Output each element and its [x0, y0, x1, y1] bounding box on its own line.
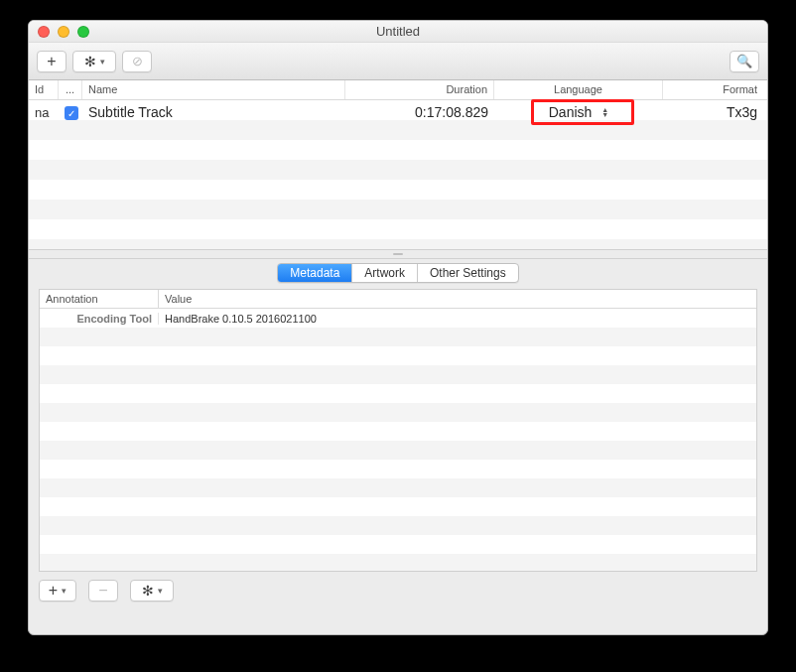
add-metadata-button[interactable]: +▾ [39, 580, 76, 602]
app-window: Untitled + ✻▾ ⊘ 🔍 Id ... Name Duration L… [28, 20, 768, 635]
metadata-body: Encoding Tool HandBrake 0.10.5 201602110… [40, 309, 756, 571]
plus-icon: + [49, 584, 58, 598]
metadata-action-button[interactable]: ✻▾ [130, 580, 174, 602]
track-language-select[interactable]: Danish ▲▼ [541, 103, 617, 121]
tab-bar: Metadata Artwork Other Settings [29, 263, 767, 283]
search-icon: 🔍 [736, 54, 752, 68]
remove-metadata-button: − [88, 580, 118, 602]
toolbar: + ✻▾ ⊘ 🔍 [29, 43, 767, 80]
col-format[interactable]: Format [663, 80, 767, 99]
tab-artwork[interactable]: Artwork [351, 264, 417, 282]
col-annotation[interactable]: Annotation [40, 290, 159, 308]
gear-icon: ✻ [84, 54, 96, 69]
tracks-table: Id ... Name Duration Language Format na … [29, 80, 767, 249]
metadata-header-row: Annotation Value [40, 290, 756, 309]
cancel-icon: ⊘ [132, 54, 143, 68]
updown-icon: ▲▼ [601, 107, 608, 117]
col-name[interactable]: Name [82, 80, 345, 99]
col-id[interactable]: Id [29, 80, 59, 99]
table-row[interactable]: na ✓ Subtitle Track 0:17:08.829 Danish ▲… [29, 100, 767, 124]
track-id: na [29, 105, 59, 120]
track-enabled-cell: ✓ [59, 104, 82, 121]
table-row[interactable]: Encoding Tool HandBrake 0.10.5 201602110… [40, 309, 756, 328]
track-enabled-checkbox[interactable]: ✓ [65, 106, 78, 120]
tab-other-settings[interactable]: Other Settings [417, 264, 518, 282]
col-language[interactable]: Language [494, 80, 663, 99]
close-window-button[interactable] [38, 26, 50, 38]
tracks-header-row: Id ... Name Duration Language Format [29, 80, 767, 100]
chevron-down-icon: ▾ [62, 586, 66, 596]
tab-metadata[interactable]: Metadata [278, 264, 351, 282]
plus-icon: + [47, 55, 56, 68]
gear-icon: ✻ [142, 583, 154, 599]
split-divider[interactable] [29, 249, 767, 259]
add-track-button[interactable]: + [37, 51, 66, 72]
grip-icon [393, 253, 403, 255]
tracks-body: na ✓ Subtitle Track 0:17:08.829 Danish ▲… [29, 100, 767, 249]
track-name[interactable]: Subtitle Track [82, 104, 345, 120]
annotation-name: Encoding Tool [40, 313, 159, 325]
track-duration: 0:17:08.829 [345, 104, 494, 120]
track-language-cell: Danish ▲▼ [494, 103, 663, 121]
col-enabled[interactable]: ... [59, 80, 82, 99]
titlebar: Untitled [29, 21, 767, 43]
minimize-window-button[interactable] [58, 26, 69, 38]
chevron-down-icon: ▾ [100, 57, 105, 67]
zoom-window-button[interactable] [77, 26, 89, 38]
window-title: Untitled [29, 24, 767, 39]
cancel-button: ⊘ [122, 51, 152, 72]
chevron-down-icon: ▾ [158, 586, 163, 596]
minus-icon: − [98, 584, 107, 598]
track-language-value: Danish [549, 104, 593, 120]
col-duration[interactable]: Duration [345, 80, 494, 99]
action-menu-button[interactable]: ✻▾ [72, 51, 116, 72]
metadata-table: Annotation Value Encoding Tool HandBrake… [39, 289, 757, 572]
col-value[interactable]: Value [159, 290, 756, 308]
search-button[interactable]: 🔍 [730, 51, 759, 72]
track-format: Tx3g [663, 104, 767, 120]
annotation-value[interactable]: HandBrake 0.10.5 2016021100 [159, 313, 756, 325]
bottom-toolbar: +▾ − ✻▾ [29, 580, 767, 611]
